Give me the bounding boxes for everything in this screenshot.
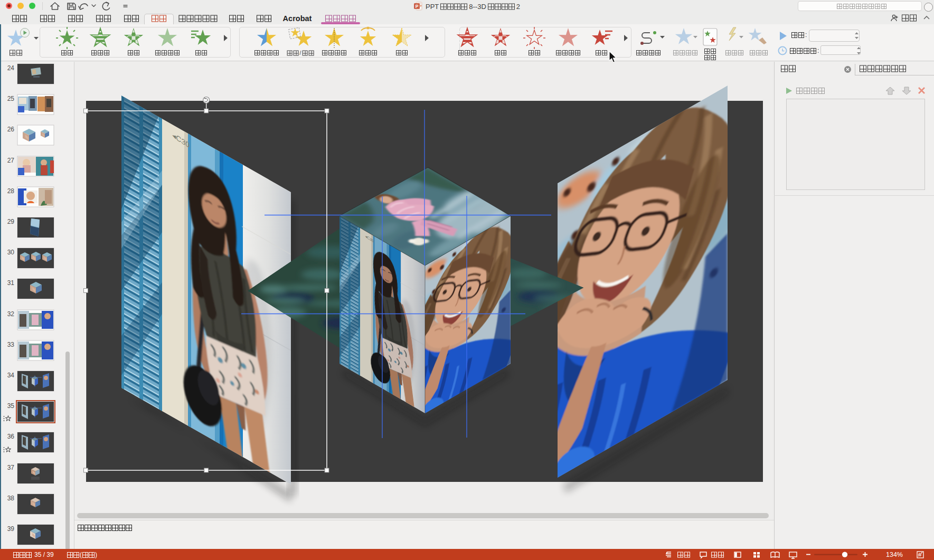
- svg-text:134%: 134%: [886, 551, 903, 558]
